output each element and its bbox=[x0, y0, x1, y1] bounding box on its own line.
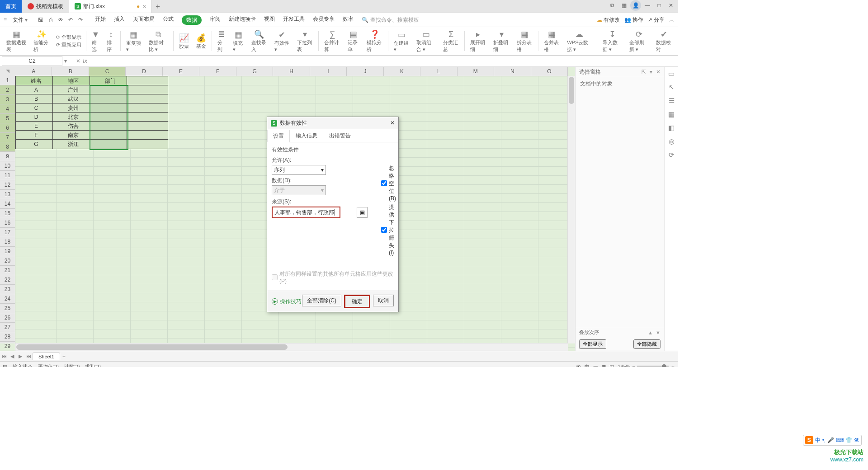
view-normal-icon[interactable]: ▭ bbox=[593, 364, 598, 367]
ribbon-有效性[interactable]: ✔有效性 ▾ bbox=[272, 29, 292, 53]
data-cell[interactable]: D bbox=[15, 112, 57, 122]
dialog-titlebar[interactable]: S数据有效性 ✕ bbox=[267, 117, 398, 129]
data-cell[interactable]: 南京 bbox=[52, 130, 94, 140]
data-cell[interactable]: 浙江 bbox=[52, 139, 94, 149]
ok-button[interactable]: 确定 bbox=[344, 295, 370, 308]
pane-pin-icon[interactable]: ⇱ bbox=[642, 69, 646, 75]
col-I[interactable]: I bbox=[310, 67, 347, 76]
row-7[interactable]: 7 bbox=[0, 133, 15, 142]
tab-file[interactable]: S 部门.xlsx ● × bbox=[69, 0, 152, 13]
dialog-tab-输入信息[interactable]: 输入信息 bbox=[290, 129, 323, 142]
data-cell[interactable]: E bbox=[15, 121, 57, 131]
ribbon-查找录入[interactable]: 🔍查找录入 bbox=[249, 29, 270, 53]
row-28[interactable]: 28 bbox=[0, 332, 15, 342]
menu-页面布局[interactable]: 页面布局 bbox=[133, 15, 155, 25]
col-M[interactable]: M bbox=[458, 67, 494, 76]
row-16[interactable]: 16 bbox=[0, 218, 15, 228]
data-cell[interactable]: 贵州 bbox=[52, 103, 94, 113]
v-scroll-thumb[interactable] bbox=[569, 77, 574, 104]
view-split-icon[interactable]: ◫ bbox=[609, 364, 614, 367]
row-18[interactable]: 18 bbox=[0, 237, 15, 247]
select-icon[interactable]: ▭ bbox=[668, 70, 675, 78]
collapse-ribbon-icon[interactable]: ︿ bbox=[669, 16, 675, 24]
pane-close-icon[interactable]: ✕ bbox=[656, 69, 660, 75]
row-22[interactable]: 22 bbox=[0, 275, 15, 285]
table-icon[interactable]: ▦ bbox=[668, 110, 675, 118]
add-sheet-icon[interactable]: ＋ bbox=[60, 353, 68, 360]
ribbon-全部显示[interactable]: ⟳ 全部显示 bbox=[56, 34, 81, 41]
namebox-dropdown-icon[interactable]: ▾ bbox=[64, 58, 67, 64]
row-26[interactable]: 26 bbox=[0, 313, 15, 323]
data-cell[interactable] bbox=[127, 139, 168, 149]
sheet-prev-icon[interactable]: ◀ bbox=[8, 353, 16, 359]
row-2[interactable]: 2 bbox=[0, 85, 15, 95]
dialog-tab-设置[interactable]: 设置 bbox=[267, 130, 290, 142]
layout-icon[interactable]: ⧉ bbox=[607, 0, 618, 11]
ribbon-下拉列表[interactable]: ▾下拉列表 bbox=[294, 29, 316, 53]
menu-插入[interactable]: 插入 bbox=[114, 15, 125, 25]
row-27[interactable]: 27 bbox=[0, 323, 15, 332]
sheet-last-icon[interactable]: ⏭ bbox=[24, 353, 33, 359]
pending-changes[interactable]: ☁有修改 bbox=[597, 16, 620, 24]
row-4[interactable]: 4 bbox=[0, 104, 15, 114]
dialog-tab-出错警告[interactable]: 出错警告 bbox=[323, 129, 357, 142]
row-13[interactable]: 13 bbox=[0, 190, 15, 199]
ribbon-股票[interactable]: 📈股票 bbox=[176, 29, 192, 53]
zoom-slider-thumb[interactable] bbox=[662, 364, 666, 367]
range-picker-button[interactable]: ▣ bbox=[357, 207, 368, 218]
share-button[interactable]: ↗分享 bbox=[648, 16, 665, 24]
col-E[interactable]: E bbox=[163, 67, 199, 76]
data-cell[interactable]: 部门 bbox=[90, 76, 131, 86]
zoom-out-icon[interactable]: − bbox=[632, 364, 635, 367]
data-cell[interactable] bbox=[127, 85, 168, 95]
avatar-icon[interactable]: 👤 bbox=[630, 0, 641, 11]
menu-会员专享[interactable]: 会员专享 bbox=[313, 15, 335, 25]
close-icon[interactable]: × bbox=[142, 3, 146, 10]
sheet-list-icon[interactable]: ▤ bbox=[3, 364, 7, 367]
row-9[interactable]: 9 bbox=[0, 152, 15, 161]
ribbon-合并计算[interactable]: ∑合并计算 bbox=[321, 29, 343, 53]
row-21[interactable]: 21 bbox=[0, 266, 15, 275]
data-cell[interactable] bbox=[127, 103, 168, 113]
ribbon-数据对比[interactable]: ⧉数据对比 ▾ bbox=[146, 29, 171, 53]
col-K[interactable]: K bbox=[384, 67, 420, 76]
data-cell[interactable]: 武汉 bbox=[52, 94, 94, 104]
tab-template[interactable]: 找稻壳模板 bbox=[22, 0, 69, 13]
bring-forward-icon[interactable]: ▲ bbox=[648, 330, 653, 335]
style-icon[interactable]: ☰ bbox=[669, 97, 675, 105]
file-menu[interactable]: 文件▾ bbox=[9, 15, 31, 25]
ribbon-分类汇总[interactable]: Σ分类汇总 bbox=[440, 29, 462, 53]
zoom-in-icon[interactable]: ＋ bbox=[670, 363, 675, 367]
apps-icon[interactable]: ▦ bbox=[618, 0, 629, 11]
menu-新建选项卡[interactable]: 新建选项卡 bbox=[229, 15, 256, 25]
source-input[interactable]: 人事部，销售部，行政部 bbox=[272, 207, 340, 218]
allow-combo[interactable]: 序列▾ bbox=[272, 165, 326, 175]
data-cell[interactable]: F bbox=[15, 130, 57, 140]
row-19[interactable]: 19 bbox=[0, 247, 15, 256]
data-cell[interactable] bbox=[127, 112, 168, 122]
ribbon-取消组合[interactable]: ▭取消组合 ▾ bbox=[414, 29, 439, 53]
sheet-first-icon[interactable]: ⏮ bbox=[0, 353, 8, 359]
row-17[interactable]: 17 bbox=[0, 228, 15, 237]
horizontal-scrollbar[interactable] bbox=[15, 343, 568, 351]
row-29[interactable]: 29 bbox=[0, 342, 15, 351]
column-headers[interactable]: ABCDEFGHIJKLMNO bbox=[15, 67, 568, 76]
ribbon-导入数据[interactable]: ↧导入数据 ▾ bbox=[600, 29, 625, 53]
name-box[interactable]: C2 bbox=[2, 56, 62, 66]
data-cell[interactable]: 北京 bbox=[52, 112, 94, 122]
row-20[interactable]: 20 bbox=[0, 256, 15, 266]
col-H[interactable]: H bbox=[273, 67, 310, 76]
data-cell[interactable]: A bbox=[15, 85, 57, 95]
ribbon-展开明细[interactable]: ▸展开明细 bbox=[467, 29, 489, 53]
menu-审阅[interactable]: 审阅 bbox=[210, 15, 221, 25]
ribbon-折叠明细[interactable]: ▾折叠明细 bbox=[491, 29, 512, 53]
ribbon-数据校对[interactable]: ✔数据校对 bbox=[653, 29, 675, 53]
col-F[interactable]: F bbox=[199, 67, 236, 76]
ribbon-模拟分析[interactable]: ❓模拟分析 bbox=[364, 29, 385, 53]
ribbon-分列[interactable]: ≣分列 bbox=[215, 29, 228, 53]
row-1[interactable]: 1 bbox=[0, 76, 15, 85]
data-cell[interactable] bbox=[90, 94, 131, 104]
col-G[interactable]: G bbox=[236, 67, 273, 76]
cursor-icon[interactable]: ↖ bbox=[669, 83, 675, 91]
save-icon[interactable]: 🖫 bbox=[37, 17, 44, 23]
